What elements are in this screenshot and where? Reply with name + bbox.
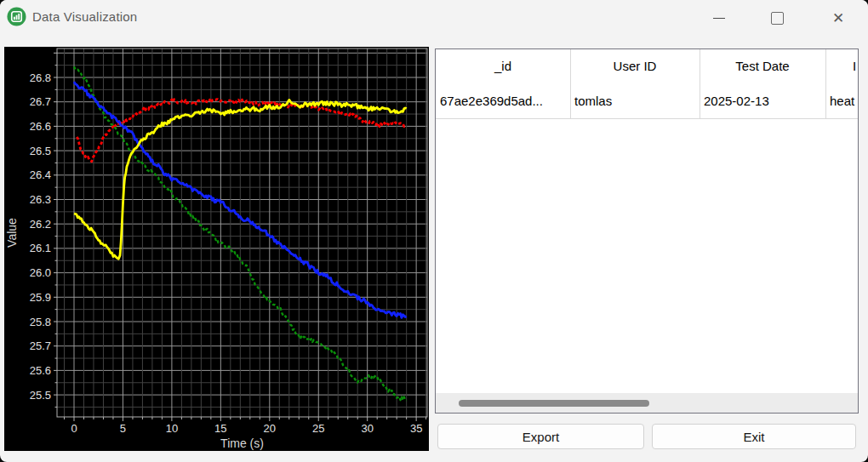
maximize-icon [771,12,784,25]
titlebar: Data Visualization ✕ [0,0,868,36]
svg-text:30: 30 [361,422,373,435]
svg-text:15: 15 [214,422,226,435]
bar-chart-icon [7,7,26,26]
svg-text:25.6: 25.6 [30,364,51,377]
column-header[interactable]: _id [436,49,570,83]
svg-text:25.7: 25.7 [30,339,51,352]
exit-button[interactable]: Exit [652,424,856,449]
chart-panel: 26.826.726.626.526.426.326.226.126.025.9… [4,47,429,451]
close-button[interactable]: ✕ [819,0,858,36]
svg-text:Time (s): Time (s) [220,436,264,450]
svg-text:5: 5 [120,422,126,435]
scrollbar-thumb[interactable] [459,400,649,407]
svg-text:25.9: 25.9 [30,291,51,304]
svg-text:10: 10 [166,422,178,435]
svg-text:25: 25 [312,422,324,435]
app-window: Data Visualization ✕ 26.826.726.626.526.… [0,0,868,462]
svg-text:25.8: 25.8 [30,316,51,328]
horizontal-scrollbar[interactable] [436,393,858,413]
svg-text:20: 20 [264,422,276,435]
minimize-button[interactable] [700,0,739,36]
line-chart: 26.826.726.626.526.426.326.226.126.025.9… [4,47,429,451]
svg-text:26.3: 26.3 [30,193,51,206]
minimize-icon [713,18,725,19]
svg-text:25.5: 25.5 [30,389,51,402]
svg-text:26.5: 26.5 [30,145,51,157]
close-icon: ✕ [832,11,844,26]
svg-text:26.2: 26.2 [30,218,51,231]
svg-text:26.8: 26.8 [30,71,51,84]
table-content: _id67ae2e369d5ad...User IDtomlasTest Dat… [436,49,858,393]
table-cell[interactable]: heat [825,83,858,118]
column-header[interactable]: Test Date [700,49,825,83]
svg-text:26.7: 26.7 [30,95,51,108]
column-header[interactable]: I [825,49,858,83]
row-divider [436,118,858,119]
window-title: Data Visualization [32,9,137,24]
svg-text:26.4: 26.4 [30,168,51,181]
svg-text:26.0: 26.0 [30,266,51,279]
export-button[interactable]: Export [437,424,644,449]
svg-text:35: 35 [410,422,422,435]
data-table[interactable]: _id67ae2e369d5ad...User IDtomlasTest Dat… [435,48,859,414]
svg-text:26.6: 26.6 [30,120,51,133]
svg-text:0: 0 [71,422,77,435]
svg-text:Value: Value [5,218,19,248]
svg-text:26.1: 26.1 [30,242,51,254]
column-header[interactable]: User ID [570,49,700,83]
maximize-button[interactable] [757,0,797,36]
